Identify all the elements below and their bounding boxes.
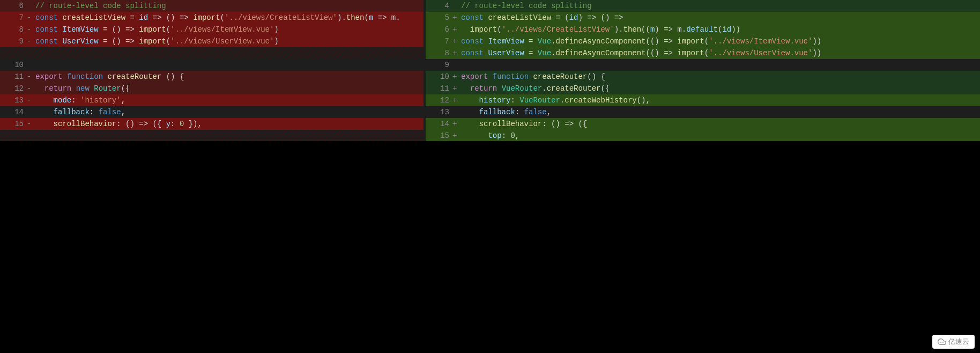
code-content: const ItemView = () => import('../views/… [34, 24, 424, 35]
diff-marker: - [27, 83, 34, 94]
code-content: export function createRouter () { [34, 71, 424, 83]
diff-marker [27, 0, 34, 12]
watermark-badge: 亿速云 [932, 335, 975, 349]
diff-marker: - [27, 71, 34, 83]
code-content: mode: 'history', [34, 94, 424, 106]
line-number [0, 130, 27, 141]
line-number: 11 [0, 71, 27, 83]
code-line[interactable]: 12- return new Router({ [0, 83, 424, 94]
diff-marker [452, 59, 460, 71]
line-number: 6 [426, 24, 452, 35]
code-content: const UserView = () => import('../views/… [34, 35, 424, 47]
code-content [34, 47, 424, 59]
line-number: 11 [426, 83, 452, 94]
line-number: 13 [426, 106, 452, 118]
diff-marker: + [452, 24, 460, 35]
line-number: 8 [426, 47, 452, 59]
diff-marker: + [452, 94, 460, 106]
code-line[interactable]: 14+ scrollBehavior: () => ({ [426, 118, 980, 130]
code-line[interactable]: 12+ history: VueRouter.createWebHistory(… [426, 94, 980, 106]
diff-pane-left[interactable]: 6// route-level code splitting7-const cr… [0, 0, 424, 141]
line-number: 14 [426, 118, 452, 130]
diff-marker: - [27, 24, 34, 35]
code-line[interactable]: 6+ import('../views/CreateListView').the… [426, 24, 980, 35]
diff-marker: + [452, 71, 460, 83]
code-line[interactable]: 7-const createListView = id => () => imp… [0, 12, 424, 24]
code-line[interactable]: 8-const ItemView = () => import('../view… [0, 24, 424, 35]
diff-marker: + [452, 35, 460, 47]
empty-area [0, 141, 980, 353]
code-content: import('../views/CreateListView').then((… [460, 24, 980, 35]
code-content: const createListView = id => () => impor… [34, 12, 424, 24]
line-number: 5 [426, 12, 452, 24]
line-number: 10 [426, 71, 452, 83]
line-number: 9 [0, 35, 27, 47]
diff-marker: + [452, 47, 460, 59]
code-line[interactable]: 5+const createListView = (id) => () => [426, 12, 980, 24]
code-line[interactable]: 13 fallback: false, [426, 106, 980, 118]
code-line[interactable]: 10+export function createRouter() { [426, 71, 980, 83]
code-content [460, 59, 980, 71]
code-content: scrollBehavior: () => ({ [460, 118, 980, 130]
code-line[interactable]: 6// route-level code splitting [0, 0, 424, 12]
code-content: // route-level code splitting [460, 0, 980, 12]
line-number: 7 [426, 35, 452, 47]
line-number: 7 [0, 12, 27, 24]
code-content: export function createRouter() { [460, 71, 980, 83]
svg-point-1 [942, 342, 944, 343]
diff-marker: - [27, 12, 34, 24]
code-content: const ItemView = Vue.defineAsyncComponen… [460, 35, 980, 47]
diff-marker [452, 0, 460, 12]
diff-marker [452, 106, 460, 118]
code-line[interactable] [0, 130, 424, 141]
code-content [34, 59, 424, 71]
code-content: top: 0, [460, 130, 980, 141]
code-line[interactable]: 10 [0, 59, 424, 71]
line-number: 15 [0, 118, 27, 130]
code-content: fallback: false, [460, 106, 980, 118]
code-line[interactable]: 11-export function createRouter () { [0, 71, 424, 83]
line-number: 12 [426, 94, 452, 106]
code-line[interactable]: 9-const UserView = () => import('../view… [0, 35, 424, 47]
code-line[interactable]: 7+const ItemView = Vue.defineAsyncCompon… [426, 35, 980, 47]
code-content [34, 130, 424, 141]
line-number: 15 [426, 130, 452, 141]
diff-marker [27, 47, 34, 59]
code-line[interactable]: 13- mode: 'history', [0, 94, 424, 106]
line-number: 13 [0, 94, 27, 106]
line-number: 6 [0, 0, 27, 12]
code-content: scrollBehavior: () => ({ y: 0 }), [34, 118, 424, 130]
code-content: return new Router({ [34, 83, 424, 94]
code-line[interactable]: 14 fallback: false, [0, 106, 424, 118]
code-content: history: VueRouter.createWebHistory(), [460, 94, 980, 106]
code-content: // route-level code splitting [34, 0, 424, 12]
line-number: 4 [426, 0, 452, 12]
watermark-text: 亿速云 [948, 337, 969, 347]
diff-marker: + [452, 130, 460, 141]
line-number: 8 [0, 24, 27, 35]
code-content: const UserView = Vue.defineAsyncComponen… [460, 47, 980, 59]
svg-point-0 [940, 342, 941, 343]
line-number [0, 47, 27, 59]
code-line[interactable]: 15+ top: 0, [426, 130, 980, 141]
line-number: 9 [426, 59, 452, 71]
diff-marker: - [27, 118, 34, 130]
diff-view: 6// route-level code splitting7-const cr… [0, 0, 980, 141]
code-content: fallback: false, [34, 106, 424, 118]
code-line[interactable]: 4// route-level code splitting [426, 0, 980, 12]
diff-marker: + [452, 118, 460, 130]
diff-pane-right[interactable]: 4// route-level code splitting5+const cr… [426, 0, 980, 141]
code-content: return VueRouter.createRouter({ [460, 83, 980, 94]
code-line[interactable]: 8+const UserView = Vue.defineAsyncCompon… [426, 47, 980, 59]
diff-marker [27, 59, 34, 71]
line-number: 10 [0, 59, 27, 71]
diff-marker: + [452, 12, 460, 24]
code-line[interactable] [0, 47, 424, 59]
code-line[interactable]: 9 [426, 59, 980, 71]
line-number: 12 [0, 83, 27, 94]
diff-marker: + [452, 83, 460, 94]
code-line[interactable]: 11+ return VueRouter.createRouter({ [426, 83, 980, 94]
code-content: const createListView = (id) => () => [460, 12, 980, 24]
code-line[interactable]: 15- scrollBehavior: () => ({ y: 0 }), [0, 118, 424, 130]
diff-marker: - [27, 94, 34, 106]
